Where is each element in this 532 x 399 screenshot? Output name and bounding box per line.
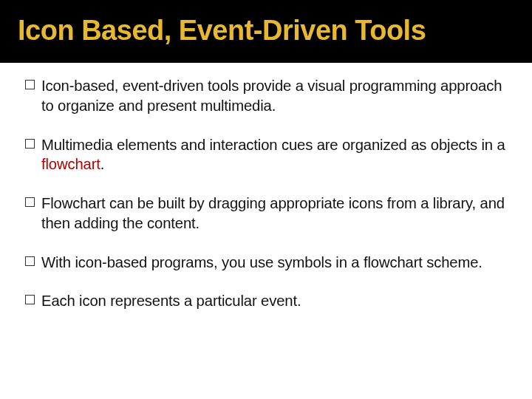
title-band: Icon Based, Event-Driven Tools bbox=[0, 0, 532, 63]
square-bullet-icon bbox=[25, 295, 35, 304]
bullet-text: With icon-based programs, you use symbol… bbox=[41, 253, 507, 273]
bullet-item: Icon-based, event-driven tools provide a… bbox=[25, 76, 507, 116]
highlight-word: flowchart bbox=[41, 156, 100, 172]
bullet-item: Each icon represents a particular event. bbox=[25, 291, 507, 311]
square-bullet-icon bbox=[25, 256, 35, 266]
slide-title: Icon Based, Event-Driven Tools bbox=[18, 15, 514, 47]
square-bullet-icon bbox=[25, 139, 35, 149]
bullet-item: Multimedia elements and interaction cues… bbox=[25, 135, 507, 175]
bullet-text-pre: Multimedia elements and interaction cues… bbox=[41, 137, 505, 153]
bullet-item: With icon-based programs, you use symbol… bbox=[25, 253, 507, 273]
bullet-text: Icon-based, event-driven tools provide a… bbox=[41, 76, 507, 116]
square-bullet-icon bbox=[25, 197, 35, 207]
slide-body: Icon-based, event-driven tools provide a… bbox=[0, 63, 532, 311]
bullet-text: Each icon represents a particular event. bbox=[41, 291, 507, 311]
bullet-text: Multimedia elements and interaction cues… bbox=[41, 135, 507, 175]
bullet-item: Flowchart can be built by dragging appro… bbox=[25, 194, 507, 233]
square-bullet-icon bbox=[25, 80, 35, 89]
bullet-text: Flowchart can be built by dragging appro… bbox=[41, 194, 507, 233]
bullet-text-post: . bbox=[100, 156, 105, 172]
